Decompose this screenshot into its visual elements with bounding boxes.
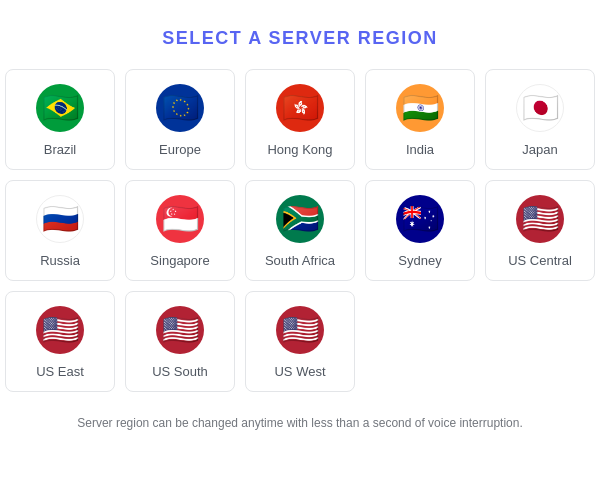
region-card-india[interactable]: 🇮🇳India bbox=[365, 69, 475, 170]
region-name-europe: Europe bbox=[159, 142, 201, 157]
flag-useast: 🇺🇸 bbox=[36, 306, 84, 354]
flag-uscentral: 🇺🇸 bbox=[516, 195, 564, 243]
flag-brazil: 🇧🇷 bbox=[36, 84, 84, 132]
flag-singapore: 🇸🇬 bbox=[156, 195, 204, 243]
region-name-useast: US East bbox=[36, 364, 84, 379]
region-card-europe[interactable]: 🇪🇺Europe bbox=[125, 69, 235, 170]
flag-ussouth: 🇺🇸 bbox=[156, 306, 204, 354]
region-card-uswest[interactable]: 🇺🇸US West bbox=[245, 291, 355, 392]
flag-india: 🇮🇳 bbox=[396, 84, 444, 132]
region-name-russia: Russia bbox=[40, 253, 80, 268]
footer-text: Server region can be changed anytime wit… bbox=[57, 416, 543, 430]
page-title: SELECT A SERVER REGION bbox=[162, 28, 437, 49]
region-card-sydney[interactable]: 🇦🇺Sydney bbox=[365, 180, 475, 281]
flag-russia: 🇷🇺 bbox=[36, 195, 84, 243]
region-card-brazil[interactable]: 🇧🇷Brazil bbox=[5, 69, 115, 170]
flag-japan: 🇯🇵 bbox=[516, 84, 564, 132]
region-name-hongkong: Hong Kong bbox=[267, 142, 332, 157]
region-card-useast[interactable]: 🇺🇸US East bbox=[5, 291, 115, 392]
region-name-singapore: Singapore bbox=[150, 253, 209, 268]
region-card-southafrica[interactable]: 🇿🇦South Africa bbox=[245, 180, 355, 281]
region-grid: 🇧🇷Brazil🇪🇺Europe🇭🇰Hong Kong🇮🇳India🇯🇵Japa… bbox=[0, 69, 600, 392]
region-name-india: India bbox=[406, 142, 434, 157]
flag-europe: 🇪🇺 bbox=[156, 84, 204, 132]
region-name-southafrica: South Africa bbox=[265, 253, 335, 268]
flag-southafrica: 🇿🇦 bbox=[276, 195, 324, 243]
region-card-russia[interactable]: 🇷🇺Russia bbox=[5, 180, 115, 281]
region-name-sydney: Sydney bbox=[398, 253, 441, 268]
region-card-ussouth[interactable]: 🇺🇸US South bbox=[125, 291, 235, 392]
region-card-uscentral[interactable]: 🇺🇸US Central bbox=[485, 180, 595, 281]
region-name-ussouth: US South bbox=[152, 364, 208, 379]
flag-hongkong: 🇭🇰 bbox=[276, 84, 324, 132]
region-name-uscentral: US Central bbox=[508, 253, 572, 268]
region-card-singapore[interactable]: 🇸🇬Singapore bbox=[125, 180, 235, 281]
flag-sydney: 🇦🇺 bbox=[396, 195, 444, 243]
region-card-hongkong[interactable]: 🇭🇰Hong Kong bbox=[245, 69, 355, 170]
region-card-japan[interactable]: 🇯🇵Japan bbox=[485, 69, 595, 170]
region-name-japan: Japan bbox=[522, 142, 557, 157]
region-name-uswest: US West bbox=[274, 364, 325, 379]
region-name-brazil: Brazil bbox=[44, 142, 77, 157]
flag-uswest: 🇺🇸 bbox=[276, 306, 324, 354]
